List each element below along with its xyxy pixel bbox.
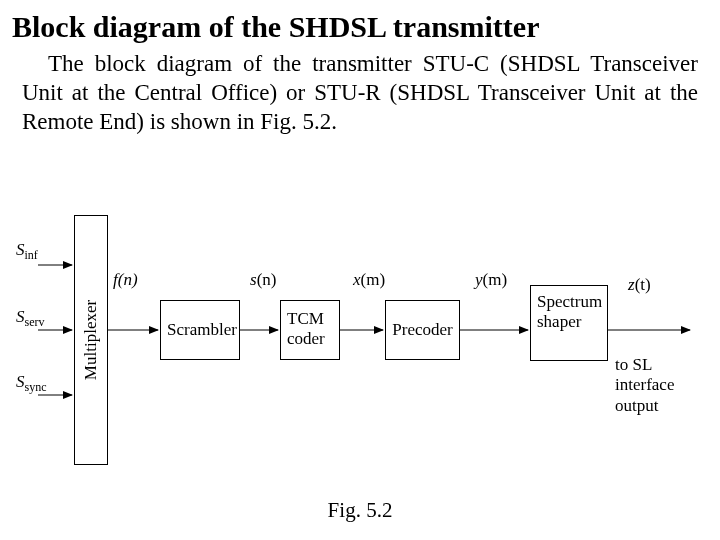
signal-x-m: x(m) (353, 270, 385, 290)
block-precoder: Precoder (385, 300, 460, 360)
input-s-sync: Ssync (16, 372, 47, 395)
input-s-serv: Sserv (16, 307, 45, 330)
description-paragraph: The block diagram of the transmitter STU… (0, 50, 720, 136)
figure-caption: Fig. 5.2 (328, 498, 393, 523)
diagram-wires (0, 215, 720, 505)
input-s-inf: Sinf (16, 240, 38, 263)
block-multiplexer: Multiplexer (74, 215, 108, 465)
signal-y-m: y(m) (475, 270, 507, 290)
block-tcm-coder: TCM coder (280, 300, 340, 360)
signal-s-n: s(n) (250, 270, 276, 290)
signal-f-n: f(n) (113, 270, 138, 290)
block-diagram: Sinf Sserv Ssync Multiplexer Scrambler T… (0, 215, 720, 505)
page-title: Block diagram of the SHDSL transmitter (0, 0, 720, 50)
block-spectrum-shaper: Spectrum shaper (530, 285, 608, 361)
output-label: to SL interface output (615, 355, 695, 416)
block-scrambler: Scrambler (160, 300, 240, 360)
signal-z-t: z(t) (628, 275, 651, 295)
